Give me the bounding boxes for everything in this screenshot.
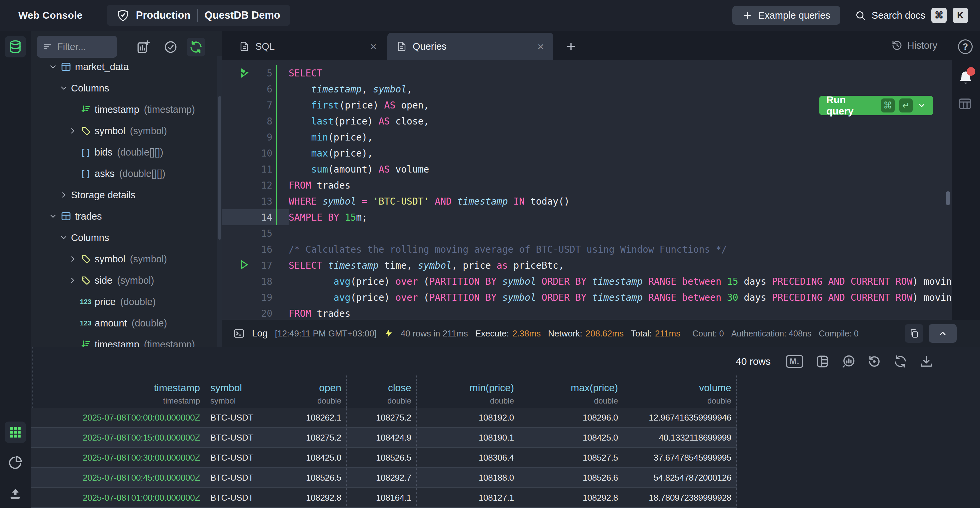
code-text: max(price), (289, 148, 373, 159)
tree-item-side[interactable]: side(symbol) (31, 270, 217, 291)
run-query-button[interactable]: Run query ⌘ ↵ (819, 96, 933, 115)
executed-range-bar (276, 113, 277, 129)
editor-scrollbar[interactable] (946, 191, 950, 205)
tree-item-bids[interactable]: []bids(double[][]) (31, 142, 217, 163)
chevron-right-icon[interactable] (68, 126, 78, 135)
tree-item-trades[interactable]: trades (31, 206, 217, 227)
chart-icon[interactable] (842, 355, 855, 369)
code-line-10[interactable]: 10 max(price), (222, 145, 952, 161)
table-row[interactable]: 2025-07-08T00:15:00.000000ZBTC-USDT10827… (31, 428, 737, 448)
add-metrics-icon[interactable] (134, 38, 153, 56)
tree-item-symbol[interactable]: symbol(symbol) (31, 248, 217, 270)
code-line-18[interactable]: 18 avg(price) over (PARTITION BY symbol … (222, 273, 952, 289)
columns-layout-icon[interactable] (815, 355, 829, 369)
line-number: 20 (222, 308, 272, 319)
code-line-11[interactable]: 11 sum(amount) AS volume (222, 161, 952, 177)
tab-sql-label: SQL (255, 41, 275, 52)
log-bar: Log [12:49:11 PM GMT+03:00] 40 rows in 2… (222, 320, 980, 347)
table-row[interactable]: 2025-07-08T00:45:00.000000ZBTC-USDT10852… (31, 468, 737, 488)
num-icon: 123 (80, 319, 91, 327)
code-text: /* Calculates the rolling moving average… (289, 244, 727, 255)
chevron-down-icon[interactable] (59, 84, 68, 93)
tree-item-columns[interactable]: Columns (31, 227, 217, 248)
tree-item-timestamp[interactable]: timestamp(timestamp) (31, 334, 217, 347)
schema-filter[interactable] (37, 36, 117, 58)
tree-item-asks[interactable]: []asks(double[][]) (31, 163, 217, 184)
check-circle-icon[interactable] (161, 38, 180, 56)
collapse-log-button[interactable] (929, 324, 957, 343)
cell-open: 108275.2 (283, 428, 347, 447)
tree-item-timestamp[interactable]: timestamp(timestamp) (31, 99, 217, 120)
column-header-min-price-[interactable]: min(price)double (417, 375, 519, 408)
column-header-timestamp[interactable]: timestamptimestamp (31, 375, 205, 408)
code-line-14[interactable]: 14SAMPLE BY 15m; (222, 209, 952, 225)
example-queries-button[interactable]: Example queries (732, 6, 840, 25)
grid-icon[interactable] (5, 422, 26, 443)
code-line-19[interactable]: 19 avg(price) over (PARTITION BY symbol … (222, 289, 952, 305)
chevron-down-icon[interactable] (917, 101, 926, 110)
database-icon[interactable] (5, 36, 26, 58)
column-header-volume[interactable]: volumedouble (623, 375, 737, 408)
pie-chart-icon[interactable] (5, 452, 26, 473)
close-icon[interactable]: × (360, 41, 377, 52)
refresh-icon[interactable] (893, 355, 907, 369)
tree-item-symbol[interactable]: symbol(symbol) (31, 120, 217, 142)
chevron-right-icon[interactable] (68, 276, 78, 285)
instance-badge[interactable]: Production QuestDB Demo (107, 5, 290, 26)
chevron-right-icon[interactable] (68, 255, 78, 264)
tree-item-amount[interactable]: 123amount(double) (31, 312, 217, 334)
cell-close: 108275.2 (347, 408, 417, 427)
code-line-12[interactable]: 12FROM trades (222, 177, 952, 193)
code-line-13[interactable]: 13WHERE symbol = 'BTC-USDT' AND timestam… (222, 193, 952, 209)
chevron-down-icon[interactable] (48, 212, 58, 220)
cell-min-price-: 108306.4 (417, 448, 519, 467)
code-line-9[interactable]: 9 min(price), (222, 129, 952, 145)
tree-item-price[interactable]: 123price(double) (31, 291, 217, 312)
table-row[interactable]: 2025-07-08T00:30:00.000000ZBTC-USDT10842… (31, 448, 737, 468)
upload-icon[interactable] (5, 483, 26, 505)
k-key-badge: K (953, 8, 968, 23)
executed-range-bar (276, 161, 277, 177)
markdown-icon[interactable]: M↓ (786, 355, 803, 368)
chevron-down-icon[interactable] (59, 233, 68, 242)
tree-item-market-data[interactable]: market_data (31, 56, 217, 77)
close-icon[interactable]: × (527, 41, 544, 52)
chevron-right-icon[interactable] (59, 190, 68, 199)
history-button[interactable]: History (891, 38, 937, 53)
table-row[interactable]: 2025-07-08T00:00:00.000000ZBTC-USDT10826… (31, 408, 737, 428)
tree-item-storage-details[interactable]: Storage details (31, 184, 217, 206)
sql-editor[interactable]: 5SELECT6 timestamp, symbol,7 first(price… (222, 60, 952, 320)
column-header-symbol[interactable]: symbolsymbol (205, 375, 283, 408)
download-icon[interactable] (920, 355, 933, 369)
refresh-icon[interactable] (187, 38, 205, 56)
cell-timestamp: 2025-07-08T00:00:00.000000Z (31, 408, 205, 427)
code-line-15[interactable]: 15 (222, 225, 952, 241)
filter-input[interactable] (57, 42, 107, 53)
column-header-max-price-[interactable]: max(price)double (519, 375, 623, 408)
copy-icon[interactable] (905, 324, 923, 343)
table-row[interactable]: 2025-07-08T01:00:00.000000ZBTC-USDT10829… (31, 488, 737, 508)
column-header-close[interactable]: closedouble (347, 375, 417, 408)
line-number: 19 (222, 292, 272, 303)
code-line-5[interactable]: 5SELECT (222, 65, 952, 81)
help-button[interactable]: ? (958, 39, 973, 54)
code-text: timestamp, symbol, (289, 84, 412, 95)
new-tab-button[interactable] (563, 39, 579, 54)
code-line-16[interactable]: 16/* Calculates the rolling moving avera… (222, 241, 952, 257)
sidebar-scrollbar[interactable] (217, 56, 222, 347)
column-header-open[interactable]: opendouble (283, 375, 347, 408)
history-icon[interactable] (867, 355, 881, 369)
results-panel-icon[interactable] (957, 97, 973, 112)
tree-item-columns[interactable]: Columns (31, 77, 217, 99)
cell-symbol: BTC-USDT (205, 448, 283, 467)
search-docs-button[interactable]: Search docs ⌘ K (855, 8, 968, 23)
notifications-bell-icon[interactable] (957, 69, 975, 88)
cell-timestamp: 2025-07-08T00:30:00.000000Z (31, 448, 205, 467)
tab-sql[interactable]: SQL × (230, 33, 386, 60)
code-line-20[interactable]: 20FROM trades (222, 305, 952, 320)
tab-queries[interactable]: Queries × (387, 33, 553, 60)
chevron-down-icon[interactable] (48, 62, 58, 71)
cell-max-price-: 108292.8 (519, 488, 623, 507)
tree-item-label: trades (75, 211, 102, 222)
code-line-17[interactable]: 17SELECT timestamp time, symbol, price a… (222, 257, 952, 273)
